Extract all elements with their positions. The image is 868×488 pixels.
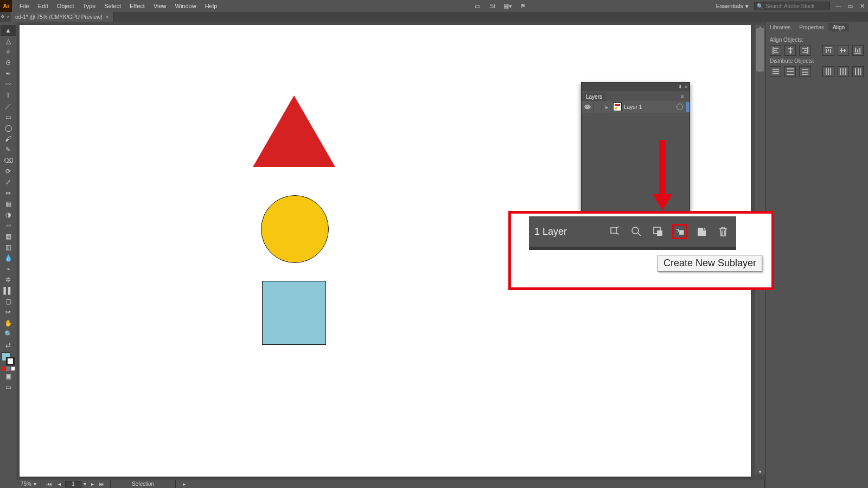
tab-properties[interactable]: Properties bbox=[795, 23, 828, 31]
distribute-left-button[interactable] bbox=[822, 66, 834, 77]
tab-libraries[interactable]: Libraries bbox=[765, 23, 795, 31]
rotate-tool[interactable]: ⟳ bbox=[1, 166, 16, 177]
canvas-circle-shape[interactable] bbox=[261, 195, 329, 263]
menu-help[interactable]: Help bbox=[201, 3, 222, 9]
hand-tool[interactable]: ✋ bbox=[1, 318, 16, 329]
search-stock[interactable]: 🔍 Search Adobe Stock bbox=[754, 2, 830, 10]
artboard-number-input[interactable]: 1 bbox=[65, 481, 81, 487]
menu-edit[interactable]: Edit bbox=[34, 3, 53, 9]
tab-close-pin-icon[interactable]: × bbox=[5, 12, 11, 22]
width-tool[interactable]: ⇔ bbox=[1, 188, 16, 198]
draw-mode-normal[interactable]: ▣ bbox=[1, 371, 16, 382]
menu-type[interactable]: Type bbox=[79, 3, 100, 9]
gpu-icon[interactable]: ⚑ bbox=[516, 1, 529, 11]
paintbrush-tool[interactable]: 🖌 bbox=[1, 133, 16, 144]
menu-effect[interactable]: Effect bbox=[125, 3, 149, 9]
canvas-square-shape[interactable] bbox=[262, 281, 326, 345]
selection-tool[interactable]: ▲ bbox=[1, 25, 16, 36]
pen-tool[interactable]: ✒ bbox=[1, 68, 16, 79]
align-left-button[interactable] bbox=[770, 45, 781, 56]
artboard-tool[interactable]: ▢ bbox=[1, 296, 16, 307]
tab-pin-icon[interactable]: ❖ bbox=[0, 12, 5, 22]
symbol-sprayer-tool[interactable]: ✲ bbox=[1, 274, 16, 285]
lock-toggle[interactable] bbox=[593, 101, 602, 113]
menu-select[interactable]: Select bbox=[100, 3, 125, 9]
distribute-bottom-button[interactable] bbox=[799, 66, 810, 77]
tools-panel: ▲ △ ✧ ᘓ ✒ 〰 T ／ ▭ ◯ 🖌 ✎ ⌫ ⟳ ⤢ ⇔ ▦ ◑ ▱ ▦ … bbox=[0, 22, 16, 488]
window-min-button[interactable]: — bbox=[832, 0, 844, 12]
scroll-down-icon[interactable]: ▾ bbox=[755, 468, 765, 476]
window-max-button[interactable]: ▭ bbox=[844, 0, 856, 12]
rectangle-tool[interactable]: ▭ bbox=[1, 112, 16, 123]
mesh-tool[interactable]: ▦ bbox=[1, 231, 16, 242]
menu-object[interactable]: Object bbox=[53, 3, 79, 9]
doc-icon[interactable]: ▭ bbox=[471, 1, 484, 11]
free-transform-tool[interactable]: ▦ bbox=[1, 198, 16, 209]
layers-panel[interactable]: ⬍ × Layers ≡ ▸ Layer 1 bbox=[581, 82, 690, 212]
align-right-button[interactable] bbox=[799, 45, 810, 56]
toggle-fill-stroke[interactable]: ⇄ bbox=[1, 339, 16, 350]
next-artboard-button[interactable]: ▸ bbox=[88, 481, 96, 487]
window-close-button[interactable]: ✕ bbox=[856, 0, 868, 12]
panel-menu-icon[interactable]: ≡ bbox=[678, 93, 687, 101]
menu-window[interactable]: Window bbox=[171, 3, 201, 9]
ellipse-tool[interactable]: ◯ bbox=[1, 123, 16, 133]
canvas-triangle-shape[interactable] bbox=[253, 95, 335, 167]
scroll-thumb[interactable] bbox=[756, 28, 764, 72]
lasso-tool[interactable]: ᘓ bbox=[1, 57, 16, 68]
color-mode-row[interactable] bbox=[1, 367, 15, 371]
zoom-value: 75% bbox=[21, 481, 31, 487]
arrange-icon[interactable]: ▦▾ bbox=[501, 1, 514, 11]
align-bottom-button[interactable] bbox=[852, 45, 864, 56]
tab-align[interactable]: Align bbox=[828, 23, 849, 31]
close-icon[interactable]: × bbox=[685, 84, 687, 89]
zoom-tool[interactable]: 🔍 bbox=[1, 329, 16, 339]
close-icon[interactable]: × bbox=[106, 14, 109, 20]
blend-tool[interactable]: ⌁ bbox=[1, 264, 16, 274]
line-tool[interactable]: ／ bbox=[1, 101, 16, 112]
menu-view[interactable]: View bbox=[149, 3, 171, 9]
layers-tab[interactable]: Layers bbox=[582, 93, 607, 101]
menu-file[interactable]: File bbox=[15, 3, 34, 9]
distribute-top-button[interactable] bbox=[770, 66, 781, 77]
pencil-tool[interactable]: ✎ bbox=[1, 144, 16, 155]
shape-builder-tool[interactable]: ◑ bbox=[1, 209, 16, 220]
target-icon[interactable] bbox=[676, 104, 683, 110]
align-hcenter-button[interactable] bbox=[784, 45, 796, 56]
type-tool[interactable]: T bbox=[1, 90, 16, 101]
layer-name[interactable]: Layer 1 bbox=[624, 104, 676, 110]
distribute-vcenter-button[interactable] bbox=[784, 66, 796, 77]
prev-artboard-button[interactable]: ◂ bbox=[55, 481, 63, 487]
expand-layer-icon[interactable]: ▸ bbox=[602, 104, 611, 110]
last-artboard-button[interactable]: ⏭ bbox=[98, 481, 106, 487]
current-tool-label: Selection bbox=[132, 481, 154, 487]
document-tab[interactable]: ed-1* @ 75% (CMYK/GPU Preview) × bbox=[11, 12, 114, 22]
stock-icon[interactable]: St bbox=[486, 1, 499, 11]
distribute-hcenter-button[interactable] bbox=[838, 66, 849, 77]
slice-tool[interactable]: ✂ bbox=[1, 307, 16, 318]
align-vcenter-button[interactable] bbox=[838, 45, 849, 56]
curvature-tool[interactable]: 〰 bbox=[1, 79, 16, 90]
fill-stroke-swatch[interactable] bbox=[2, 352, 15, 365]
workspace-switcher[interactable]: Essentials ▾ bbox=[713, 3, 752, 10]
selection-indicator bbox=[686, 102, 690, 112]
visibility-toggle[interactable] bbox=[582, 101, 593, 113]
magic-wand-tool[interactable]: ✧ bbox=[1, 47, 16, 57]
eyedropper-tool[interactable]: 💧 bbox=[1, 253, 16, 264]
column-graph-tool[interactable]: ▌▌ bbox=[1, 285, 16, 296]
distribute-right-button[interactable] bbox=[852, 66, 864, 77]
layer-row[interactable]: ▸ Layer 1 bbox=[582, 101, 690, 113]
scale-tool[interactable]: ⤢ bbox=[1, 177, 16, 188]
direct-selection-tool[interactable]: △ bbox=[1, 36, 16, 47]
first-artboard-button[interactable]: ⏮ bbox=[46, 481, 53, 487]
gradient-tool[interactable]: ▥ bbox=[1, 242, 16, 253]
vertical-scrollbar[interactable]: ▴ ▾ bbox=[755, 25, 765, 474]
status-menu-icon[interactable]: ▸ bbox=[180, 481, 188, 487]
collapse-icon[interactable]: ⬍ bbox=[678, 84, 682, 89]
screen-mode[interactable]: ▭ bbox=[1, 382, 16, 393]
layers-panel-header[interactable]: ⬍ × bbox=[582, 82, 690, 91]
perspective-tool[interactable]: ▱ bbox=[1, 220, 16, 231]
eraser-tool[interactable]: ⌫ bbox=[1, 155, 16, 166]
zoom-readout[interactable]: 75% ▾ bbox=[16, 480, 41, 488]
align-top-button[interactable] bbox=[822, 45, 834, 56]
